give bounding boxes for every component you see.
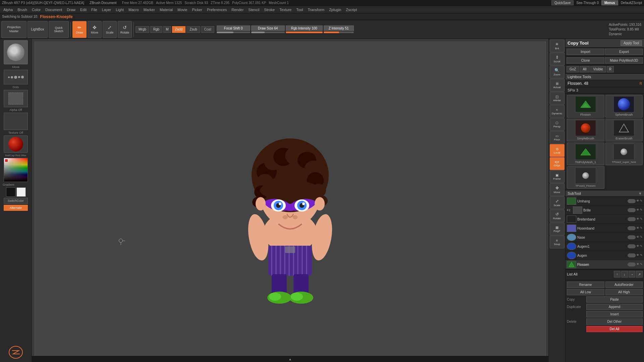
color-picker[interactable] — [4, 158, 28, 182]
rgb-intensity-value[interactable]: Rgb Intensity 100 — [286, 25, 323, 31]
tool-item-tpose2[interactable]: TPose2_super_here — [605, 142, 643, 165]
scale-button[interactable]: ⤢ Scale — [103, 21, 117, 38]
subtool-toggle-augeni[interactable] — [628, 244, 636, 248]
menu-zscript[interactable]: Zscript — [344, 7, 359, 12]
rotate-button[interactable]: ↺ Rotate — [118, 21, 132, 38]
draw-button[interactable]: ✏ Draw — [72, 21, 87, 38]
side-btn-scroll[interactable]: ⇕ Scroll — [550, 53, 565, 65]
side-btn-scale[interactable]: ⤢ Scale — [550, 196, 565, 209]
swatch-white[interactable] — [16, 187, 26, 197]
menu-render[interactable]: Render — [229, 7, 246, 12]
menus-button[interactable]: Menus — [601, 0, 618, 5]
side-btn-frame[interactable]: ▣ Frame — [550, 170, 565, 183]
coat-button[interactable]: Coat — [201, 26, 214, 33]
menu-edit[interactable]: Edit — [78, 7, 89, 12]
menu-stencil[interactable]: Stencil — [246, 7, 261, 12]
all-high-button[interactable]: All High — [605, 289, 643, 295]
list-up-button[interactable]: ↑ — [614, 271, 621, 278]
list-diag-button[interactable]: ↗ — [636, 271, 643, 278]
side-btn-rotate[interactable]: ↺ Rotate — [550, 209, 565, 222]
subtool-item-hosenband[interactable]: Hosenband 👁 ✎ — [566, 224, 644, 233]
material-preview[interactable] — [4, 135, 28, 153]
side-btn-local[interactable]: ⊙ Local — [550, 144, 565, 157]
projection-master-button[interactable]: Projection Master — [1, 21, 26, 38]
subtool-item-breitenband[interactable]: Breitenband 👁 ✎ — [566, 215, 644, 224]
subtool-toggle-brille[interactable] — [628, 208, 636, 212]
dots-preview[interactable] — [4, 70, 28, 84]
del-all-button[interactable]: Del All — [586, 326, 643, 332]
lightbox-button[interactable]: LightBox — [28, 21, 48, 38]
side-btn-persp[interactable]: ⬡ Persp — [550, 118, 565, 131]
menu-draw[interactable]: Draw — [65, 7, 77, 12]
subtool-toggle-augen[interactable] — [628, 253, 636, 257]
import-button[interactable]: Import — [567, 49, 604, 55]
menu-texture[interactable]: Texture — [277, 7, 293, 12]
apply-tool-button[interactable]: Apply Tool — [621, 40, 642, 46]
append-button[interactable]: Append — [586, 304, 643, 310]
menu-movie[interactable]: Movie — [175, 7, 189, 12]
side-btn-gxyz[interactable]: xyz GXyz — [550, 157, 565, 170]
paste-button[interactable]: Paste — [586, 296, 643, 303]
subtool-toggle-nase[interactable] — [628, 235, 636, 239]
menu-picker[interactable]: Picker — [190, 7, 204, 12]
export-button[interactable]: Export — [605, 49, 643, 55]
texture-preview[interactable] — [4, 113, 28, 130]
side-btn-soup[interactable]: ≡ Soup — [550, 236, 565, 248]
menu-color[interactable]: Color — [30, 7, 43, 12]
autoreorder-button[interactable]: AutoReorder — [605, 282, 643, 288]
menu-preferences[interactable]: Preferences — [205, 7, 229, 12]
alpha-preview[interactable] — [4, 90, 28, 107]
menu-light[interactable]: Light — [114, 7, 126, 12]
insert-button[interactable]: Insert — [586, 311, 643, 317]
clone-button[interactable]: Clone — [567, 57, 604, 64]
tool-item-eraserbrush[interactable]: EraserBrush — [605, 119, 643, 141]
subtool-toggle-breitenband[interactable] — [628, 217, 636, 221]
menu-file[interactable]: File — [89, 7, 99, 12]
menu-transform[interactable]: Transform — [306, 7, 326, 12]
quick-sketch-button[interactable]: Quick Sketch — [49, 21, 69, 38]
z-intensity-value[interactable]: Z Intensity 51 — [324, 25, 354, 31]
canvas-inner[interactable] — [35, 42, 546, 359]
subtool-item-brille[interactable]: F2 Brille 👁 ✎ — [566, 206, 644, 215]
subtool-toggle-flossen[interactable] — [628, 262, 636, 266]
draw-size-value[interactable]: Draw Size 64 — [251, 25, 285, 31]
menu-layer[interactable]: Layer — [100, 7, 113, 12]
side-btn-floor[interactable]: ▭ Floor — [550, 131, 565, 144]
subtool-item-flossen-active[interactable]: Flossen 👁 ✎ — [566, 260, 644, 269]
menu-brush[interactable]: Brush — [15, 7, 29, 12]
zadd-button[interactable]: Zadd — [172, 26, 186, 33]
list-down-button[interactable]: ↓ — [621, 271, 628, 278]
subtool-item-augen[interactable]: Augen 👁 ✎ — [566, 251, 644, 260]
visible-button[interactable]: Visible — [590, 66, 606, 72]
alternate-button[interactable]: Alternate — [4, 205, 28, 211]
make-polymesh-button[interactable]: Make PolyMesh3D — [605, 57, 643, 64]
brush-preview[interactable] — [4, 40, 28, 64]
subtool-header[interactable]: SubTool ▼ — [566, 190, 644, 197]
rename-button[interactable]: Rename — [567, 282, 604, 288]
quicksave-button[interactable]: QuickSave — [551, 0, 574, 5]
subtool-item-nase[interactable]: Nase 👁 ✎ — [566, 233, 644, 242]
list-right-button[interactable]: → — [629, 271, 635, 278]
all-button[interactable]: All — [580, 66, 589, 72]
side-btn-aahal[interactable]: ◫ AAHal — [550, 92, 565, 105]
menu-tool[interactable]: Tool — [294, 7, 305, 12]
tool-item-simplebrush[interactable]: SimpleBrush — [567, 119, 604, 141]
move-button[interactable]: ✥ Move — [88, 21, 102, 38]
side-btn-brit[interactable]: ☀ Brit — [550, 40, 565, 52]
side-btn-zoom[interactable]: 🔍 Zoom — [550, 66, 565, 78]
all-low-button[interactable]: All Low — [567, 289, 604, 295]
goz-button[interactable]: GoZ — [567, 66, 579, 72]
menu-stroke[interactable]: Stroke — [262, 7, 277, 12]
rgb-button[interactable]: Rgb — [150, 26, 162, 33]
side-btn-move[interactable]: ✥ Move — [550, 183, 565, 196]
canvas-area[interactable]: ▲ — [32, 39, 548, 362]
subtool-item-augeni[interactable]: Augeni1 👁 ✎ — [566, 242, 644, 251]
subtool-item-umhang[interactable]: Umhang 👁 ✎ — [566, 197, 644, 206]
del-other-button[interactable]: Del Other — [586, 318, 643, 325]
dynamic-label[interactable]: Dynamic — [609, 32, 641, 36]
side-btn-polyf[interactable]: ▦ PolyF — [550, 223, 565, 235]
r-label[interactable]: R — [640, 82, 642, 85]
tool-item-tpose3[interactable]: TPose3_Flossen — [567, 166, 604, 189]
r-button[interactable]: R — [607, 66, 614, 72]
menu-macro[interactable]: Macro — [126, 7, 141, 12]
